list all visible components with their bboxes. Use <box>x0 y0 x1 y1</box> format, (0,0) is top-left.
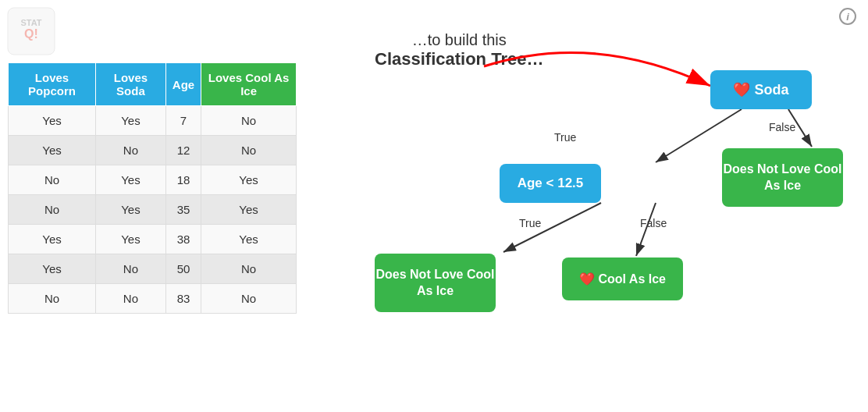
table-cell: No <box>96 254 166 284</box>
svg-text:STAT: STAT <box>20 18 41 27</box>
classification-tree-section: …to build this Classification Tree… ❤️ S… <box>328 23 859 398</box>
table-cell: Yes <box>9 225 96 254</box>
table-cell: Yes <box>96 195 166 225</box>
table-row: NoYes18Yes <box>9 165 297 195</box>
col-header-age: Age <box>165 63 201 106</box>
table-cell: 7 <box>165 106 201 136</box>
red-curve-arrow <box>484 52 710 86</box>
table-cell: Yes <box>96 106 166 136</box>
table-cell: No <box>201 284 297 314</box>
col-header-loves-popcorn: Loves Popcorn <box>9 63 96 106</box>
col-header-loves-cool-as-ice: Loves Cool As Ice <box>201 63 297 106</box>
age-false-label: False <box>640 217 667 229</box>
does-not-love-right-node: Does Not Love Cool As Ice <box>722 148 843 207</box>
table-cell: Yes <box>96 165 166 195</box>
table-cell: No <box>9 165 96 195</box>
soda-node: ❤️ Soda <box>710 70 812 109</box>
table-row: YesYes7No <box>9 106 297 136</box>
age-to-dnl-left-arrow <box>503 203 601 252</box>
data-table: Loves Popcorn Loves Soda Age Loves Cool … <box>8 62 297 314</box>
table-cell: No <box>201 254 297 284</box>
age-node: Age < 12.5 <box>500 164 601 203</box>
table-row: YesNo12No <box>9 136 297 165</box>
table-cell: Yes <box>201 165 297 195</box>
table-cell: No <box>9 195 96 225</box>
table-row: NoYes35Yes <box>9 195 297 225</box>
data-table-section: Loves Popcorn Loves Soda Age Loves Cool … <box>8 62 297 314</box>
table-cell: Yes <box>201 195 297 225</box>
table-cell: No <box>96 284 166 314</box>
table-cell: Yes <box>9 136 96 165</box>
table-cell: 35 <box>165 195 201 225</box>
table-row: NoNo83No <box>9 284 297 314</box>
age-to-cool-arrow <box>636 203 656 256</box>
cool-as-ice-node: ❤️ Cool As Ice <box>562 258 683 300</box>
table-cell: No <box>201 106 297 136</box>
does-not-love-left-node: Does Not Love Cool As Ice <box>375 254 496 312</box>
table-row: YesNo50No <box>9 254 297 284</box>
col-header-loves-soda: Loves Soda <box>96 63 166 106</box>
info-icon[interactable]: i <box>839 8 856 25</box>
table-cell: No <box>96 136 166 165</box>
logo-area: STAT Q! <box>4 4 59 59</box>
table-cell: 38 <box>165 225 201 254</box>
table-cell: 83 <box>165 284 201 314</box>
table-cell: Yes <box>9 106 96 136</box>
table-cell: 50 <box>165 254 201 284</box>
table-row: YesYes38Yes <box>9 225 297 254</box>
soda-false-label: False <box>769 121 795 133</box>
age-true-label: True <box>519 217 541 229</box>
table-cell: No <box>9 284 96 314</box>
soda-true-label: True <box>554 131 576 144</box>
table-cell: No <box>201 136 297 165</box>
table-cell: Yes <box>9 254 96 284</box>
svg-text:Q!: Q! <box>24 27 38 41</box>
table-cell: 12 <box>165 136 201 165</box>
table-cell: 18 <box>165 165 201 195</box>
table-cell: Yes <box>201 225 297 254</box>
table-cell: Yes <box>96 225 166 254</box>
